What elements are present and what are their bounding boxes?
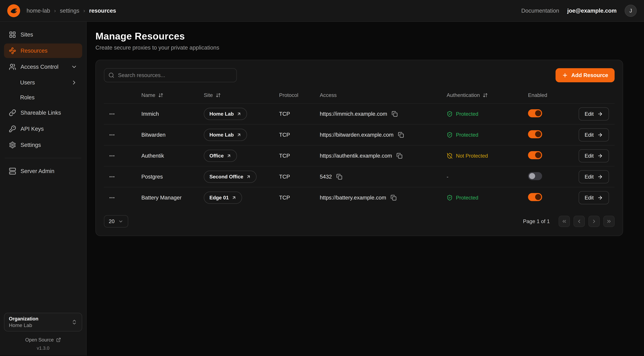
sidebar-item-server-admin[interactable]: Server Admin (4, 164, 82, 178)
resource-access: https://immich.example.com (320, 111, 387, 117)
sidebar: Sites Resources Access Control Users (0, 22, 86, 356)
chevron-down-icon (118, 219, 124, 224)
breadcrumb-home-lab[interactable]: home-lab (26, 8, 50, 14)
table-row: Battery Manager Edge 01 TCP https://batt… (104, 187, 614, 208)
edit-button[interactable]: Edit (578, 170, 609, 183)
sort-icon (216, 92, 221, 98)
resource-name: Immich (141, 111, 204, 117)
ellipsis-icon (109, 111, 115, 117)
page-size-select[interactable]: 20 (104, 215, 128, 228)
edit-button[interactable]: Edit (578, 108, 609, 120)
waypoints-icon (9, 47, 16, 54)
ellipsis-icon (109, 132, 115, 138)
sidebar-item-label: Settings (20, 142, 41, 148)
breadcrumb-settings[interactable]: settings (60, 8, 79, 14)
enabled-toggle[interactable] (528, 172, 542, 180)
arrow-up-right-icon (226, 154, 231, 158)
row-menu-button[interactable] (107, 151, 117, 161)
site-link[interactable]: Home Lab (204, 129, 247, 141)
sidebar-item-sites[interactable]: Sites (4, 28, 82, 42)
page-indicator: Page 1 of 1 (523, 218, 550, 224)
row-menu-button[interactable] (107, 130, 117, 140)
column-header-authentication[interactable]: Authentication (447, 92, 528, 98)
breadcrumb-separator: › (54, 8, 56, 14)
authentication-status: Protected (447, 111, 528, 117)
arrow-up-right-icon (236, 112, 242, 116)
documentation-link[interactable]: Documentation (521, 8, 559, 14)
edit-button[interactable]: Edit (578, 191, 609, 204)
resource-access: https://authentik.example.com (320, 153, 392, 159)
arrow-up-right-icon (236, 132, 242, 137)
organization-name: Home Lab (9, 322, 38, 328)
sidebar-item-api-keys[interactable]: API Keys (4, 122, 82, 136)
users-icon (9, 63, 16, 70)
organization-selector[interactable]: Organization Home Lab (4, 313, 82, 332)
table-row: Authentik Office TCP https://authentik.e… (104, 145, 614, 166)
app-logo-icon[interactable] (7, 4, 20, 17)
add-resource-button[interactable]: Add Resource (556, 68, 614, 82)
site-link[interactable]: Second Office (204, 170, 256, 183)
last-page-button[interactable] (603, 216, 614, 227)
sidebar-item-label: Roles (20, 95, 34, 100)
site-link[interactable]: Home Lab (204, 108, 247, 120)
sidebar-item-access-control[interactable]: Access Control (4, 60, 82, 74)
sidebar-item-settings[interactable]: Settings (4, 138, 82, 152)
sidebar-item-label: Resources (20, 48, 48, 54)
resources-table: Name Site Protocol Access Authentication… (104, 87, 614, 208)
sidebar-item-users[interactable]: Users (4, 76, 82, 90)
search-input[interactable] (104, 68, 237, 82)
sidebar-item-label: Server Admin (20, 168, 54, 174)
avatar[interactable]: J (625, 5, 637, 17)
sidebar-item-label: Access Control (20, 64, 58, 70)
resource-access: https://battery.example.com (320, 194, 386, 201)
resource-protocol: TCP (279, 153, 320, 159)
copy-icon[interactable] (336, 173, 343, 180)
open-source-link[interactable]: Open Source (4, 337, 82, 343)
column-header-name[interactable]: Name (141, 92, 204, 98)
site-link[interactable]: Edge 01 (204, 192, 242, 204)
chevrons-right-icon (606, 218, 612, 224)
enabled-toggle[interactable] (528, 130, 542, 138)
row-menu-button[interactable] (107, 109, 117, 119)
shield-check-icon (447, 111, 453, 117)
arrow-right-icon (597, 132, 603, 138)
chevron-left-icon (576, 218, 582, 224)
chevrons-up-down-icon (71, 319, 77, 325)
resource-name: Postgres (141, 174, 204, 180)
edit-button[interactable]: Edit (578, 128, 609, 142)
authentication-status: Protected (447, 195, 528, 201)
sidebar-item-shareable-links[interactable]: Shareable Links (4, 106, 82, 120)
copy-icon[interactable] (391, 110, 398, 118)
row-menu-button[interactable] (107, 172, 117, 182)
column-header-protocol: Protocol (279, 92, 320, 98)
enabled-toggle[interactable] (528, 193, 542, 201)
link-icon (9, 109, 16, 116)
resource-access: https://bitwarden.example.com (320, 132, 394, 138)
arrow-up-right-icon (232, 195, 236, 200)
row-menu-button[interactable] (107, 193, 117, 202)
first-page-button[interactable] (558, 216, 570, 227)
external-link-icon (56, 338, 61, 342)
breadcrumb-separator: › (83, 8, 85, 14)
enabled-toggle[interactable] (528, 151, 542, 159)
sidebar-item-resources[interactable]: Resources (4, 44, 82, 58)
chevrons-left-icon (562, 218, 567, 224)
column-header-site[interactable]: Site (204, 92, 279, 98)
sidebar-item-label: API Keys (20, 126, 44, 132)
copy-icon[interactable] (396, 152, 403, 160)
sidebar-item-roles[interactable]: Roles (4, 91, 82, 104)
next-page-button[interactable] (588, 216, 600, 227)
sort-icon (483, 92, 488, 98)
breadcrumb-resources: resources (89, 8, 116, 14)
sort-icon (158, 92, 164, 98)
grid-icon (9, 31, 16, 38)
chevron-right-icon (71, 79, 77, 86)
copy-icon[interactable] (390, 194, 398, 202)
site-link[interactable]: Office (204, 150, 237, 162)
copy-icon[interactable] (397, 131, 405, 139)
server-icon (9, 168, 16, 175)
edit-button[interactable]: Edit (578, 149, 609, 162)
user-email[interactable]: joe@example.com (567, 8, 616, 14)
previous-page-button[interactable] (574, 216, 585, 227)
enabled-toggle[interactable] (528, 109, 542, 117)
